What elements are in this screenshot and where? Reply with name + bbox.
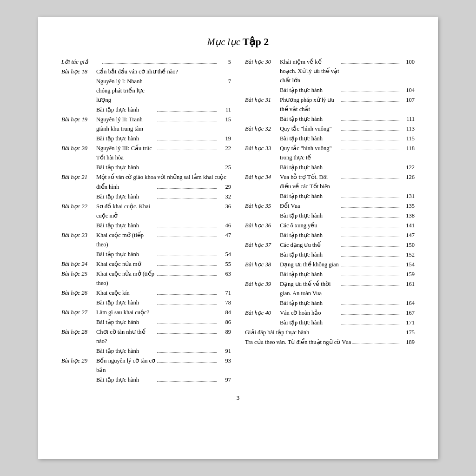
lesson-title: Ván cờ hoàn hảo	[280, 308, 339, 317]
dots	[157, 294, 217, 295]
page-num: 171	[402, 318, 415, 327]
page-num: 138	[402, 211, 415, 220]
toc-entry: Bài học 36Các ô xung yếu141	[245, 221, 415, 230]
sub-title: Bài tập thực hành	[280, 114, 339, 124]
sub-title: Bài tập thực hành	[96, 221, 156, 230]
toc-entry: Bài học 38Dạng ưu thế không gian154	[245, 260, 415, 269]
lesson-title: Chơi cờ tàn như thế nào?	[96, 327, 156, 346]
page-num: 11	[218, 105, 231, 114]
page-num: 104	[402, 86, 415, 95]
lesson-label: Bài học 35	[245, 201, 280, 211]
toc-entry: Bài học 34Vua hỗ trợ Tốt. Đôi điều về cá…	[245, 172, 415, 191]
lesson-label: Bài học 21	[61, 172, 96, 182]
lesson-title: Vua hỗ trợ Tốt. Đôi điều về các Tốt biên	[280, 172, 339, 191]
lesson-title: Quy tắc "hình vuông" trong thực tế	[280, 144, 339, 162]
page-num: 5	[218, 57, 231, 66]
lesson-label: Bài học 30	[245, 57, 280, 66]
lesson-title: Một số ván cờ giáo khoa với những sai lầ…	[96, 172, 231, 182]
toc-entry: Bài tập thực hành19	[61, 134, 231, 143]
dots	[341, 324, 400, 324]
dots	[157, 333, 217, 334]
toc-entry: Bài học 22Sơ đồ khai cuộc. Khai cuộc mở3…	[61, 202, 231, 220]
toc-entry: Bài học 18Cần bắt đầu ván cờ như thế nào…	[61, 67, 231, 76]
dots	[157, 140, 217, 140]
page-num: 91	[218, 346, 231, 356]
dots	[341, 178, 400, 179]
dots	[157, 275, 217, 276]
lesson-label: Bài học 36	[245, 221, 280, 230]
page-num: 159	[402, 270, 415, 279]
toc-entry: Bài tập thực hành171	[245, 318, 415, 327]
sub-title: Bài tập thực hành	[96, 250, 156, 259]
dots	[157, 324, 217, 324]
page-num: 164	[402, 298, 415, 308]
page-num: 147	[402, 231, 415, 240]
lesson-label: Bài học 40	[245, 308, 280, 317]
dots	[311, 334, 400, 334]
toc-entry: Bài học 29Bốn nguyên lý cờ tàn cơ bản93	[61, 356, 231, 375]
toc-entry: Lời tác giả5	[61, 57, 231, 66]
page-num: 115	[402, 134, 415, 143]
page-num: 78	[218, 298, 231, 307]
lesson-title: Dạng ưu thế về thời gian. An toàn Vua	[280, 279, 339, 298]
page-num: 107	[402, 95, 415, 105]
toc-entry: Tra cứu theo ván. Từ điển thuật ngữ cờ V…	[245, 337, 415, 347]
toc-entry: Bài học 19Nguyên lý II: Tranh giành khu …	[61, 115, 231, 133]
lesson-title: Đổi Vua	[280, 201, 339, 211]
page-num: 54	[218, 250, 231, 259]
dots	[341, 246, 400, 247]
dots	[157, 121, 217, 121]
lesson-label: Bài học 38	[245, 260, 280, 269]
continuation-text: điển hình	[96, 182, 156, 192]
toc-entry: Bài tập thực hành104	[245, 86, 415, 95]
toc-entry: Bài học 26Khai cuộc kín71	[61, 288, 231, 298]
sub-title: Bài tập thực hành	[280, 298, 339, 308]
lesson-label: Bài học 22	[61, 202, 96, 211]
dots	[341, 92, 400, 92]
page-num: 150	[402, 240, 415, 250]
lesson-title: Cần bắt đầu ván cờ như thế nào?	[96, 67, 231, 76]
toc-entry: Bài học 33Quy tắc "hình vuông" trong thự…	[245, 144, 415, 162]
sub-title: Bài tập thực hành	[96, 298, 156, 307]
toc-entry: Bài tập thực hành131	[245, 192, 415, 201]
dots	[341, 169, 400, 169]
lesson-title: Các ô xung yếu	[280, 221, 339, 230]
dots	[157, 304, 217, 304]
sub-title: Bài tập thực hành	[280, 163, 339, 172]
dots	[157, 227, 217, 227]
lesson-label: Bài học 33	[245, 144, 280, 153]
toc-entry: Bài tập thực hành78	[61, 298, 231, 307]
toc-entry: Bài tập thực hành115	[245, 134, 415, 143]
lesson-title: Dạng ưu thế không gian	[280, 260, 339, 269]
dots	[157, 169, 217, 169]
lesson-title: Khai cuộc nửa mở	[96, 259, 156, 269]
lesson-label: Bài học 24	[61, 259, 96, 269]
dots	[157, 314, 217, 314]
lesson-title: Nguyên lý III: Cấu trúc Tốt hài hòa	[96, 144, 156, 162]
dots	[157, 256, 217, 256]
dots	[341, 140, 400, 140]
toc-entry: Bài tập thực hành122	[245, 163, 415, 172]
toc-entry: Bài học 20Nguyên lý III: Cấu trúc Tốt hà…	[61, 144, 231, 162]
dots	[341, 198, 400, 198]
dots	[157, 150, 217, 150]
toc-entry: điển hình29	[61, 182, 231, 192]
toc-entry: Bài học 21Một số ván cờ giáo khoa với nh…	[61, 172, 231, 182]
lesson-label: Bài học 29	[61, 356, 96, 365]
sub-title: Bài tập thực hành	[96, 317, 156, 327]
toc-left-column: Lời tác giả5Bài học 18Cần bắt đầu ván cờ…	[61, 57, 231, 385]
lesson-title: Khai cuộc kín	[96, 288, 156, 298]
toc-entry: Bài học 25Khai cuộc nửa mở (tiếp theo)63	[61, 269, 231, 288]
dots	[341, 304, 400, 305]
book-page: Mục lục Tập 2 Lời tác giả5Bài học 18Cần …	[38, 17, 438, 459]
dots	[102, 63, 217, 64]
lesson-label: Bài học 39	[245, 279, 280, 289]
page-num: 84	[218, 308, 231, 317]
dots	[341, 207, 400, 208]
dots	[157, 198, 217, 198]
page-num: 122	[402, 163, 415, 172]
dots	[157, 111, 217, 112]
sub-title: Bài tập thực hành	[280, 192, 339, 201]
page-num: 113	[402, 124, 415, 133]
page-num: 63	[218, 269, 231, 278]
